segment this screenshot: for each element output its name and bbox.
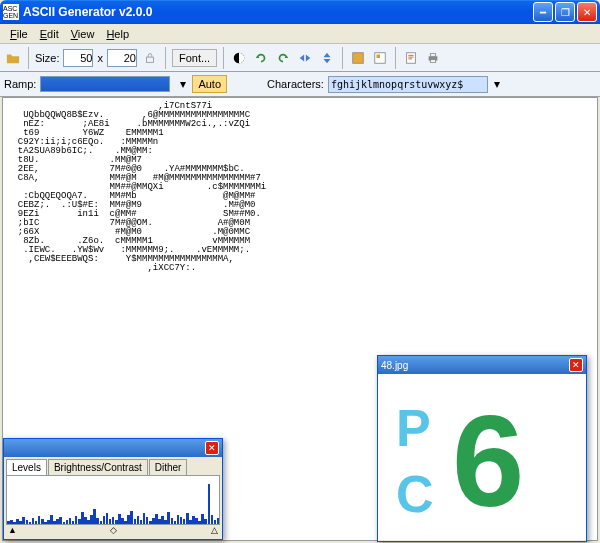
rotate-ccw-icon[interactable] [252,49,270,67]
flip-h-icon[interactable] [296,49,314,67]
tab-levels[interactable]: Levels [6,459,47,475]
svg-rect-8 [431,59,436,62]
app-icon: ASC GEN [3,4,19,20]
menu-view[interactable]: View [65,26,101,42]
characters-label: Characters: [267,78,324,90]
tab-dither[interactable]: Dither [149,459,188,475]
preview-icon[interactable] [371,49,389,67]
svg-rect-7 [431,53,436,56]
svg-rect-4 [377,54,381,58]
lock-aspect-icon[interactable] [141,49,159,67]
title-bar: ASC GEN ASCII Generator v2.0.0 ━ ❐ ✕ [0,0,600,24]
svg-rect-0 [146,57,153,62]
close-button[interactable]: ✕ [577,2,597,22]
color-toggle-icon[interactable] [349,49,367,67]
open-icon[interactable] [4,49,22,67]
characters-input[interactable] [328,76,488,93]
toolbar: Size: x Font... [0,44,600,72]
menu-bar: File Edit View Help [0,24,600,44]
logo-letter-c: C [396,464,434,524]
invert-icon[interactable] [230,49,248,67]
levels-close-icon[interactable]: ✕ [205,441,219,455]
height-input[interactable] [107,49,137,67]
maximize-button[interactable]: ❐ [555,2,575,22]
ascii-output: ,i7CntS77i UQbbQQWQ8B$Ezv. ,6@MMMMMMMMMM… [3,98,597,277]
image-close-icon[interactable]: ✕ [569,358,583,372]
svg-rect-5 [407,52,416,63]
edit-text-icon[interactable] [402,49,420,67]
print-icon[interactable] [424,49,442,67]
rotate-cw-icon[interactable] [274,49,292,67]
image-titlebar[interactable]: 48.jpg ✕ [378,356,586,374]
menu-help[interactable]: Help [100,26,135,42]
ramp-label: Ramp: [4,78,36,90]
image-content: P 6 C [378,374,586,540]
flip-v-icon[interactable] [318,49,336,67]
ramp-gradient[interactable] [40,76,170,92]
size-x: x [97,52,103,64]
size-label: Size: [35,52,59,64]
minimize-button[interactable]: ━ [533,2,553,22]
logo-letter-p: P [396,398,431,458]
levels-window[interactable]: ✕ Levels Brightness/Contrast Dither ▲◇△ [3,438,223,540]
levels-slider[interactable]: ▲◇△ [4,525,222,535]
menu-file[interactable]: File [4,26,34,42]
ramp-dropdown-icon[interactable]: ▾ [174,75,192,93]
histogram [6,475,220,525]
levels-titlebar[interactable]: ✕ [4,439,222,457]
auto-button[interactable]: Auto [192,75,227,93]
param-bar: Ramp: ▾ Auto Characters: ▾ [0,72,600,97]
svg-rect-2 [353,52,364,63]
menu-edit[interactable]: Edit [34,26,65,42]
window-title: ASCII Generator v2.0.0 [23,5,533,19]
width-input[interactable] [63,49,93,67]
image-preview-window[interactable]: 48.jpg ✕ P 6 C [377,355,587,542]
image-filename: 48.jpg [381,360,569,371]
font-button[interactable]: Font... [172,49,217,67]
chars-dropdown-icon[interactable]: ▾ [488,75,506,93]
tab-brightness-contrast[interactable]: Brightness/Contrast [48,459,148,475]
logo-digit-6: 6 [452,386,524,536]
